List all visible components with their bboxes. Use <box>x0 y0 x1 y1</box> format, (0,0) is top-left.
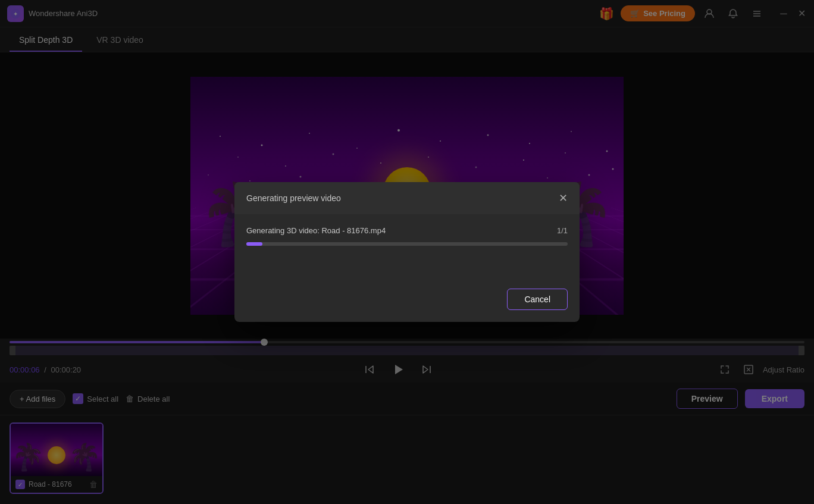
progress-count: 1/1 <box>557 226 568 235</box>
modal-header: Generating preview video ✕ <box>234 182 580 214</box>
progress-bar <box>246 242 568 246</box>
cancel-button[interactable]: Cancel <box>507 289 568 310</box>
modal-close-button[interactable]: ✕ <box>559 192 568 205</box>
modal-footer: Cancel <box>234 281 580 322</box>
modal-overlay: Generating preview video ✕ Generating 3D… <box>0 0 814 504</box>
modal-title: Generating preview video <box>246 193 341 203</box>
progress-label: Generating 3D video: Road - 81676.mp4 <box>246 226 386 235</box>
modal-body: Generating 3D video: Road - 81676.mp4 1/… <box>234 214 580 246</box>
progress-fill <box>246 242 262 246</box>
progress-row: Generating 3D video: Road - 81676.mp4 1/… <box>246 226 568 235</box>
generating-modal: Generating preview video ✕ Generating 3D… <box>234 182 580 322</box>
